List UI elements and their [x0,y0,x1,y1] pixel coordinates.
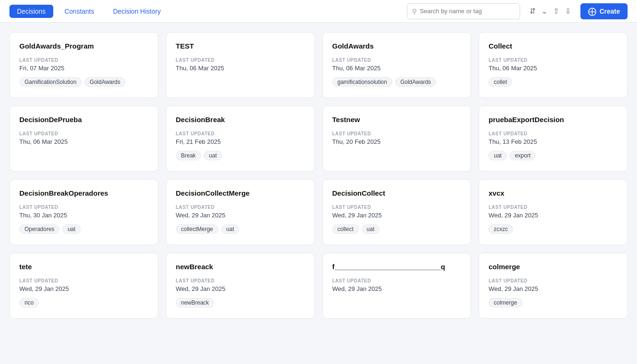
decision-card[interactable]: CollectLAST UPDATEDThu, 06 Mar 2025colle… [479,32,628,98]
card-date: Wed, 29 Jan 2025 [332,285,462,292]
search-icon: ⚲ [412,8,417,15]
card-title: Collect [488,42,618,50]
card-title: tete [19,263,149,271]
card-date: Wed, 29 Jan 2025 [332,212,462,219]
card-tags: Operadoresuat [19,224,149,234]
card-date: Thu, 06 Mar 2025 [19,138,149,145]
tag[interactable]: rico [19,298,39,307]
tag[interactable]: uat [488,151,507,160]
sort-direction-button[interactable]: ⌄ [539,5,549,17]
card-last-updated-label: LAST UPDATED [19,278,149,283]
tag[interactable]: GoldAwards [84,77,125,87]
tag[interactable]: collect [332,224,359,234]
card-tags: collet [488,77,618,87]
card-tags: rico [19,298,149,307]
decision-card[interactable]: GoldAwards_ProgramLAST UPDATEDFri, 07 Ma… [9,32,158,98]
card-date: Fri, 21 Feb 2025 [176,138,305,145]
card-title: DecisionCollectMerge [176,189,305,197]
tag[interactable]: export [510,151,536,160]
constants-tab[interactable]: Constants [57,5,102,18]
card-last-updated-label: LAST UPDATED [488,205,618,210]
card-date: Thu, 06 Mar 2025 [176,65,305,72]
card-title: xvcx [488,189,618,197]
tag[interactable]: uat [204,151,222,160]
card-tags: GamificationSolutionGoldAwards [19,77,149,87]
card-last-updated-label: LAST UPDATED [332,205,462,210]
card-last-updated-label: LAST UPDATED [19,131,149,136]
card-last-updated-label: LAST UPDATED [176,205,305,210]
card-title: newBreack [176,263,305,271]
decision-card[interactable]: DecisionBreakLAST UPDATEDFri, 21 Feb 202… [166,106,315,172]
card-tags: collectMergeuat [176,224,305,234]
card-tags: colmerge [488,298,618,307]
sort-controls: ⇵ ⌄ ⇧ ⇩ [528,5,573,17]
decision-card[interactable]: TestnewLAST UPDATEDThu, 20 Feb 2025 [323,106,472,172]
card-date: Thu, 13 Feb 2025 [488,138,618,145]
card-date: Wed, 29 Jan 2025 [176,212,305,219]
tag[interactable]: gamificationsolution [332,77,392,87]
card-date: Wed, 29 Jan 2025 [488,285,618,292]
card-title: DecisionCollect [332,189,462,197]
tag[interactable]: uat [362,224,380,234]
tag[interactable]: zcxzc [488,224,513,234]
card-date: Wed, 29 Jan 2025 [19,285,149,292]
decision-card[interactable]: pruebaExportDecisionLAST UPDATEDThu, 13 … [479,106,628,172]
decision-card[interactable]: f___________________________qLAST UPDATE… [323,253,472,319]
card-tags: zcxzc [488,224,618,234]
create-button[interactable]: ⨁ Create [580,3,628,19]
decision-history-tab[interactable]: Decision History [106,5,168,18]
card-title: DecisionDePrueba [19,116,149,124]
card-last-updated-label: LAST UPDATED [176,131,305,136]
decision-card[interactable]: DecisionCollectLAST UPDATEDWed, 29 Jan 2… [323,179,472,245]
decision-card[interactable]: GoldAwardsLAST UPDATEDThu, 06 Mar 2025ga… [323,32,472,98]
card-last-updated-label: LAST UPDATED [332,278,462,283]
card-last-updated-label: LAST UPDATED [19,205,149,210]
card-last-updated-label: LAST UPDATED [176,278,305,283]
decisions-tab[interactable]: Decisions [9,5,53,18]
card-title: colmerge [488,263,618,271]
create-label: Create [599,8,620,15]
download-button[interactable]: ⇩ [563,5,573,17]
tag[interactable]: newBreack [176,298,214,307]
card-last-updated-label: LAST UPDATED [488,278,618,283]
card-title: GoldAwards [332,42,462,50]
tag[interactable]: collet [488,77,512,87]
sort-toggle-button[interactable]: ⇵ [528,5,538,17]
tag[interactable]: uat [221,224,240,234]
card-tags: newBreack [176,298,305,307]
card-date: Thu, 20 Feb 2025 [332,138,462,145]
decision-card[interactable]: xvcxLAST UPDATEDWed, 29 Jan 2025zcxzc [479,179,628,245]
card-last-updated-label: LAST UPDATED [488,58,618,63]
header: Decisions Constants Decision History ⚲ ⇵… [0,0,637,23]
card-last-updated-label: LAST UPDATED [488,131,618,136]
card-last-updated-label: LAST UPDATED [332,58,462,63]
card-title: GoldAwards_Program [19,42,149,50]
decision-card[interactable]: DecisionCollectMergeLAST UPDATEDWed, 29 … [166,179,315,245]
card-title: DecisionBreak [176,116,305,124]
card-title: DecisionBreakOperadores [19,189,149,197]
tag[interactable]: Break [176,151,201,160]
card-date: Fri, 07 Mar 2025 [19,65,149,72]
card-title: Testnew [332,116,462,124]
card-tags: uatexport [488,151,618,160]
tag[interactable]: collectMerge [176,224,218,234]
decision-card[interactable]: colmergeLAST UPDATEDWed, 29 Jan 2025colm… [479,253,628,319]
card-tags: gamificationsolutionGoldAwards [332,77,462,87]
card-last-updated-label: LAST UPDATED [332,131,462,136]
search-input[interactable] [420,8,515,15]
tag[interactable]: uat [62,224,81,234]
upload-button[interactable]: ⇧ [551,5,561,17]
card-tags: Breakuat [176,151,305,160]
tag[interactable]: GamificationSolution [19,77,82,87]
tag[interactable]: Operadores [19,224,59,234]
decision-card[interactable]: teteLAST UPDATEDWed, 29 Jan 2025rico [9,253,158,319]
card-title: TEST [176,42,305,50]
card-date: Thu, 06 Mar 2025 [488,65,618,72]
tag[interactable]: GoldAwards [395,77,436,87]
decisions-grid: GoldAwards_ProgramLAST UPDATEDFri, 07 Ma… [0,23,637,328]
tag[interactable]: colmerge [488,298,522,307]
decision-card[interactable]: DecisionBreakOperadoresLAST UPDATEDThu, … [9,179,158,245]
decision-card[interactable]: TESTLAST UPDATEDThu, 06 Mar 2025 [166,32,315,98]
decision-card[interactable]: newBreackLAST UPDATEDWed, 29 Jan 2025new… [166,253,315,319]
decision-card[interactable]: DecisionDePruebaLAST UPDATEDThu, 06 Mar … [9,106,158,172]
